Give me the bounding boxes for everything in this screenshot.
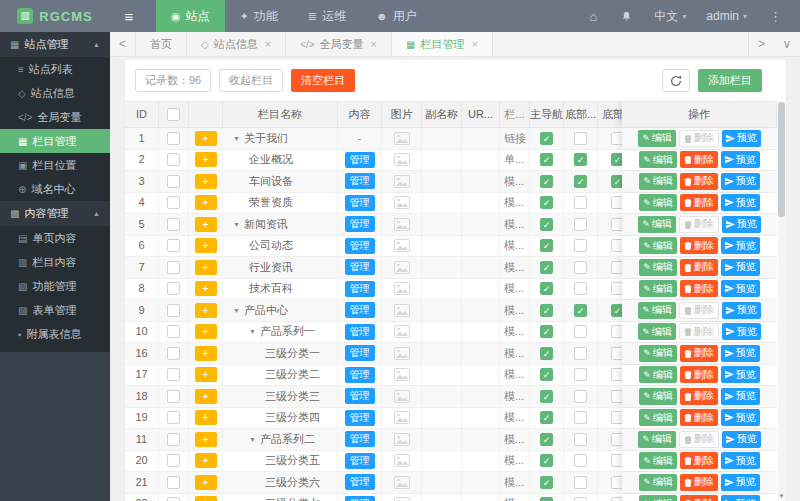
row-select-checkbox[interactable] [167,433,180,446]
collapse-columns-button[interactable]: 收起栏目 [219,69,283,92]
image-cell[interactable] [382,365,422,386]
image-cell[interactable] [382,236,422,257]
row-select-checkbox[interactable] [167,153,180,166]
footer1-checkbox[interactable] [574,433,587,446]
row-select-checkbox[interactable] [167,347,180,360]
image-cell[interactable] [382,322,422,343]
delete-button[interactable]: 删除 [680,452,718,469]
sidebar-item[interactable]: ⊕ 域名中心 [0,177,110,201]
image-cell[interactable] [382,343,422,364]
preview-button[interactable]: 预览 [721,280,760,297]
main-nav-checkbox[interactable]: ✓ [540,325,553,338]
header-content[interactable]: 内容 [338,102,382,128]
add-child-column-button[interactable]: + [195,475,217,490]
tab-close-icon[interactable]: × [472,38,478,50]
delete-button[interactable]: 删除 [680,345,718,362]
edit-button[interactable]: ✎编辑 [639,452,677,469]
tree-collapse-icon[interactable]: ▼ [233,128,240,149]
main-nav-checkbox[interactable]: ✓ [540,175,553,188]
edit-button[interactable]: ✎编辑 [638,302,676,319]
logo[interactable]: ▥ RGCMS [0,0,110,32]
manage-content-button[interactable]: 管理 [345,453,375,469]
image-cell[interactable] [382,193,422,214]
edit-button[interactable]: ✎编辑 [639,194,677,211]
footer1-checkbox[interactable] [574,218,587,231]
row-select-checkbox[interactable] [167,304,180,317]
main-nav-checkbox[interactable]: ✓ [540,433,553,446]
add-child-column-button[interactable]: + [195,410,217,425]
header-subname[interactable]: 副名称 [422,102,462,128]
manage-content-button[interactable]: 管理 [345,345,375,361]
preview-button[interactable]: 预览 [721,194,760,211]
tabs-scroll-right-icon[interactable]: > [748,32,774,56]
scrollbar-down-arrow-icon[interactable]: ▼ [778,492,785,500]
edit-button[interactable]: ✎编辑 [638,323,676,340]
preview-button[interactable]: 预览 [721,151,760,168]
main-nav-checkbox[interactable]: ✓ [540,347,553,360]
delete-button[interactable]: 删除 [680,259,718,276]
add-child-column-button[interactable]: + [195,174,217,189]
bell-icon[interactable] [609,11,644,22]
header-name[interactable]: 栏目名称 [223,102,338,128]
sidebar-item[interactable]: ▥ 栏目内容 [0,250,110,274]
image-cell[interactable] [382,472,422,493]
sidebar-item[interactable]: ▨ 表单管理 [0,298,110,322]
language-dropdown[interactable]: 中文 ▾ [644,8,696,25]
manage-content-button[interactable]: 管理 [345,367,375,383]
delete-button[interactable]: 删除 [680,366,718,383]
top-nav-item[interactable]: ◉ 站点 [156,0,225,32]
refresh-button[interactable] [662,69,690,92]
footer1-checkbox[interactable] [574,411,587,424]
image-cell[interactable] [382,300,422,321]
add-child-column-button[interactable]: + [195,324,217,339]
header-footer1[interactable]: 底部... [564,102,598,128]
tab-close-icon[interactable]: × [371,38,377,50]
main-nav-checkbox[interactable]: ✓ [540,282,553,295]
edit-button[interactable]: ✎编辑 [639,259,677,276]
delete-button[interactable]: 删除 [680,388,718,405]
manage-content-button[interactable]: 管理 [345,302,375,318]
add-child-column-button[interactable]: + [195,195,217,210]
image-cell[interactable] [382,429,422,450]
manage-content-button[interactable]: 管理 [345,324,375,340]
main-nav-checkbox[interactable]: ✓ [540,390,553,403]
preview-button[interactable]: 预览 [721,388,760,405]
footer1-checkbox[interactable] [574,390,587,403]
footer1-checkbox[interactable] [574,497,587,501]
main-nav-checkbox[interactable]: ✓ [540,261,553,274]
row-select-checkbox[interactable] [167,261,180,274]
preview-button[interactable]: 预览 [721,409,760,426]
edit-button[interactable]: ✎编辑 [639,280,677,297]
select-all-checkbox[interactable] [167,108,180,121]
add-child-column-button[interactable]: + [195,346,217,361]
row-select-checkbox[interactable] [167,325,180,338]
add-child-column-button[interactable]: + [195,367,217,382]
header-image[interactable]: 图片 [382,102,422,128]
row-select-checkbox[interactable] [167,175,180,188]
main-nav-checkbox[interactable]: ✓ [540,132,553,145]
image-cell[interactable] [382,494,422,501]
image-cell[interactable] [382,257,422,278]
manage-content-button[interactable]: 管理 [345,173,375,189]
header-mainnav[interactable]: 主导航 [530,102,564,128]
edit-button[interactable]: ✎编辑 [639,474,677,491]
row-select-checkbox[interactable] [167,196,180,209]
delete-button[interactable]: 删除 [680,237,718,254]
row-select-checkbox[interactable] [167,368,180,381]
tree-collapse-icon[interactable]: ▼ [233,300,240,321]
footer1-checkbox[interactable]: ✓ [574,304,587,317]
add-child-column-button[interactable]: + [195,238,217,253]
image-cell[interactable] [382,128,422,149]
tabs-menu-icon[interactable]: ∨ [774,32,800,56]
tree-collapse-icon[interactable]: ▼ [233,214,240,235]
preview-button[interactable]: 预览 [722,431,761,448]
manage-content-button[interactable]: 管理 [345,152,375,168]
footer1-checkbox[interactable] [574,454,587,467]
preview-button[interactable]: 预览 [721,237,760,254]
image-cell[interactable] [382,408,422,429]
image-cell[interactable] [382,214,422,235]
add-child-column-button[interactable]: + [195,260,217,275]
manage-content-button[interactable]: 管理 [345,238,375,254]
row-select-checkbox[interactable] [167,239,180,252]
preview-button[interactable]: 预览 [721,495,760,501]
